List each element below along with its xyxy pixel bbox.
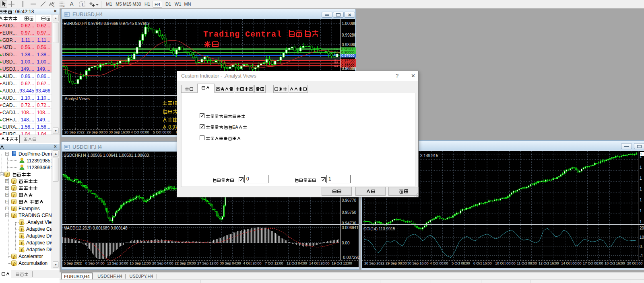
svg-text:e: e — [53, 5, 55, 7]
svg-text:T: T — [81, 2, 84, 7]
svg-text:F: F — [63, 5, 65, 7]
